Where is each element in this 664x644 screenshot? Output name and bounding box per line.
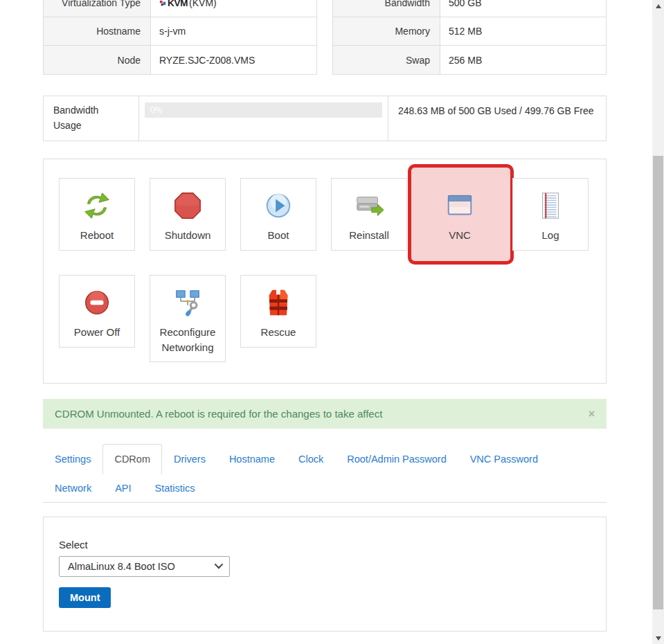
tab-row-1: Settings CDRom Drivers Hostname Clock Ro…: [43, 444, 607, 474]
boot-label: Boot: [268, 228, 289, 243]
close-icon[interactable]: ×: [589, 409, 595, 420]
tab-vnc-password[interactable]: VNC Password: [458, 444, 550, 474]
settings-tabs: Settings CDRom Drivers Hostname Clock Ro…: [43, 444, 607, 503]
node-label: Node: [44, 46, 151, 74]
main-content: Virtualization Type KVM (KVM) Hostname s…: [43, 0, 607, 632]
reconfigure-networking-label: Reconfigure Networking: [153, 325, 222, 355]
shutdown-button[interactable]: Shutdown: [150, 178, 226, 251]
log-icon: [535, 190, 566, 222]
vnc-button[interactable]: VNC: [422, 178, 498, 251]
bandwidth-percent-label: 0%: [145, 102, 162, 118]
actions-row-1: Reboot Shutdown Boot: [59, 178, 606, 251]
bandwidth-usage-row: Bandwidth Usage 0% 248.63 MB of 500 GB U…: [43, 96, 607, 141]
table-row: Virtualization Type KVM (KVM): [44, 0, 316, 17]
kvm-logo: KVM: [159, 0, 188, 8]
reboot-button[interactable]: Reboot: [59, 178, 135, 251]
swap-value: 256 MB: [440, 46, 606, 74]
cdrom-panel: Select AlmaLinux 8.4 Boot ISO Mount: [43, 517, 607, 632]
power-off-label: Power Off: [74, 325, 120, 340]
memory-value: 512 MB: [440, 17, 606, 45]
iso-select[interactable]: AlmaLinux 8.4 Boot ISO: [59, 556, 230, 577]
shutdown-label: Shutdown: [165, 228, 211, 243]
log-label: Log: [541, 228, 559, 243]
bandwidth-progress-bar: 0%: [145, 102, 382, 118]
rescue-label: Rescue: [261, 325, 296, 340]
select-label: Select: [59, 539, 591, 551]
rescue-button[interactable]: Rescue: [240, 275, 316, 348]
reconfigure-networking-icon: [172, 287, 204, 319]
virtualization-type-value: KVM (KVM): [151, 0, 316, 17]
scroll-down-arrow-icon[interactable]: [652, 632, 664, 644]
bandwidth-value: 500 GB: [440, 0, 606, 17]
vm-info-table-left: Virtualization Type KVM (KVM) Hostname s…: [43, 0, 317, 75]
kvm-logo-text: KVM: [168, 0, 188, 8]
reinstall-button[interactable]: Reinstall: [331, 178, 407, 251]
reboot-icon: [81, 190, 113, 222]
vnc-window-icon: [444, 190, 476, 222]
boot-icon: [262, 190, 294, 222]
shutdown-icon: [172, 190, 204, 222]
tab-cdrom[interactable]: CDRom: [102, 444, 162, 474]
table-row: Bandwidth 500 GB: [333, 0, 606, 17]
reboot-label: Reboot: [80, 228, 114, 243]
bandwidth-label: Bandwidth: [333, 0, 440, 17]
power-off-icon: [81, 287, 113, 319]
power-off-button[interactable]: Power Off: [59, 275, 135, 348]
mount-button[interactable]: Mount: [59, 587, 111, 608]
vm-info-table-right: Bandwidth 500 GB Memory 512 MB Swap 256 …: [332, 0, 607, 75]
bandwidth-progress-cell: 0%: [139, 96, 388, 141]
table-row: Hostname s-j-vm: [44, 17, 316, 46]
vm-management-page: Virtualization Type KVM (KVM) Hostname s…: [0, 0, 664, 644]
reinstall-icon: [353, 190, 385, 222]
actions-row-2: Power Off Reconfigure Networking: [59, 275, 606, 363]
hostname-value: s-j-vm: [151, 17, 316, 45]
actions-panel: Reboot Shutdown Boot: [43, 159, 607, 384]
info-tables-row: Virtualization Type KVM (KVM) Hostname s…: [43, 0, 607, 75]
bandwidth-usage-detail: 248.63 MB of 500 GB Used / 499.76 GB Fre…: [388, 96, 606, 141]
tab-hostname[interactable]: Hostname: [217, 444, 287, 474]
tab-row-2: Network API Statistics: [43, 474, 607, 502]
table-row: Swap 256 MB: [333, 46, 606, 74]
memory-label: Memory: [333, 17, 440, 45]
tabs-divider: [43, 502, 607, 503]
rescue-icon: [262, 287, 294, 319]
reinstall-label: Reinstall: [349, 228, 389, 243]
tab-statistics[interactable]: Statistics: [143, 474, 207, 502]
cdrom-alert: CDROM Unmounted. A reboot is required fo…: [43, 399, 607, 429]
iso-select-value: AlmaLinux 8.4 Boot ISO: [68, 561, 175, 572]
tab-network[interactable]: Network: [43, 474, 103, 502]
chevron-down-icon: [215, 560, 224, 569]
vertical-scrollbar[interactable]: [652, 0, 664, 644]
tab-clock[interactable]: Clock: [287, 444, 335, 474]
virtualization-type-text: (KVM): [189, 0, 217, 8]
tab-root-admin-password[interactable]: Root/Admin Password: [335, 444, 458, 474]
alert-message: CDROM Unmounted. A reboot is required fo…: [55, 408, 382, 420]
tab-api[interactable]: API: [103, 474, 143, 502]
swap-label: Swap: [333, 46, 440, 74]
boot-button[interactable]: Boot: [240, 178, 316, 251]
tab-settings[interactable]: Settings: [43, 444, 102, 474]
hostname-label: Hostname: [44, 17, 151, 45]
table-row: Node RYZE.SJC-Z008.VMS: [44, 46, 316, 74]
virtualization-type-label: Virtualization Type: [44, 0, 151, 17]
bandwidth-usage-label: Bandwidth Usage: [44, 96, 139, 141]
reconfigure-networking-button[interactable]: Reconfigure Networking: [150, 275, 226, 363]
tab-drivers[interactable]: Drivers: [162, 444, 217, 474]
kvm-logo-icon: [159, 0, 167, 7]
vnc-label: VNC: [449, 228, 471, 243]
log-button[interactable]: Log: [512, 178, 589, 251]
node-value: RYZE.SJC-Z008.VMS: [151, 46, 316, 74]
scroll-up-arrow-icon[interactable]: [652, 0, 664, 12]
table-row: Memory 512 MB: [333, 17, 606, 46]
scrollbar-thumb[interactable]: [653, 156, 663, 609]
